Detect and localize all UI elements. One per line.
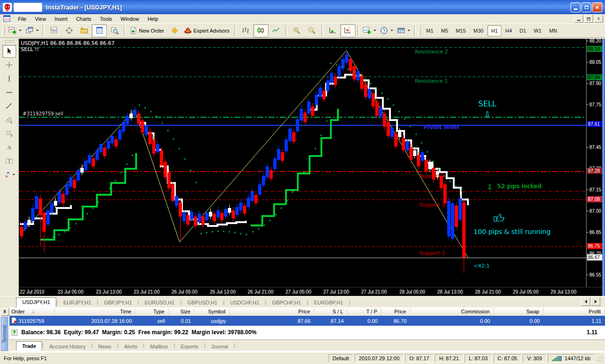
column-header-type[interactable]: Type [136, 308, 169, 316]
chart-tab-gbpchf[interactable]: GBPCHF,H1 [266, 299, 307, 307]
profiles-button[interactable] [24, 24, 41, 37]
chart-tab-gbpjpy[interactable]: GBPJPY,H1 [98, 299, 138, 307]
scroll-right-icon[interactable] [591, 297, 600, 306]
crosshair-tool-icon [5, 61, 13, 69]
timeframe-d1-button[interactable]: D1 [516, 25, 530, 36]
horizontal-line-tool[interactable] [2, 86, 16, 99]
price-axis[interactable]: 88.2088.0587.9087.7587.4587.3087.1587.00… [586, 39, 602, 287]
candle-body [160, 150, 163, 165]
order-row[interactable]: 3119297592010.07.28 16:00sell0.01usdjpy8… [9, 316, 605, 326]
crosshair-tool[interactable] [2, 59, 16, 71]
fibonacci-icon: F [5, 130, 13, 138]
equidistant-channel-icon: E [5, 116, 13, 124]
column-header-swap[interactable]: Swap [494, 308, 544, 316]
profile-panel[interactable]: Default [328, 354, 354, 363]
market-watch-button[interactable] [46, 24, 61, 37]
templates-button[interactable] [395, 24, 412, 37]
timeframe-w1-button[interactable]: W1 [530, 25, 545, 36]
column-header-order[interactable]: Order [9, 308, 55, 316]
timeframe-m1-button[interactable]: M1 [423, 25, 437, 36]
column-header-sl[interactable]: S / L [314, 308, 347, 316]
favorites-button[interactable] [77, 24, 92, 37]
chart-tab-eurjpy[interactable]: EURJPY,H1 [58, 299, 97, 307]
data-window-button[interactable] [92, 24, 107, 37]
expert-advisors-button[interactable]: Expert Advisors [182, 24, 232, 37]
column-header-price[interactable]: Price [381, 308, 410, 316]
trendline-tool[interactable] [2, 100, 16, 113]
child-restore-icon[interactable] [584, 15, 593, 23]
restore-icon[interactable] [581, 2, 591, 12]
terminal-tab-news[interactable]: News [93, 343, 117, 351]
terminal-tab-journal[interactable]: Journal [205, 343, 233, 351]
menu-insert[interactable]: Insert [50, 15, 72, 23]
terminal-tab-trade[interactable]: Trade [16, 341, 42, 351]
indicators-button[interactable] [361, 24, 378, 37]
timeframe-m30-button[interactable]: M30 [470, 25, 487, 36]
timeframe-toolbar-drag-handle[interactable] [418, 26, 421, 35]
vertical-line-tool[interactable] [2, 72, 16, 85]
timeframe-m5-button[interactable]: M5 [437, 25, 452, 36]
menu-file[interactable]: File [14, 15, 31, 23]
crosshair-button[interactable] [61, 24, 77, 37]
fibonacci-tool[interactable]: F [2, 127, 16, 140]
terminal-close-icon[interactable]: x [1, 308, 9, 316]
terminal-tab-account-history[interactable]: Account History [43, 343, 91, 351]
minimize-icon[interactable] [570, 2, 580, 12]
chart-tab-eurusd[interactable]: EURUSD,H1 [139, 299, 181, 307]
chart-tab-usdchf[interactable]: USDCHF,H1 [225, 299, 265, 307]
timeframe-mn-button[interactable]: MN [545, 25, 561, 36]
menu-tools[interactable]: Tools [95, 15, 116, 23]
chart-window-icon[interactable] [3, 15, 11, 23]
arrows-tool[interactable] [2, 168, 16, 181]
support1-label: Support 1 [419, 173, 445, 179]
menu-window[interactable]: Window [116, 15, 143, 23]
scroll-left-icon[interactable] [581, 297, 590, 306]
toolbar-drag-handle[interactable] [2, 26, 5, 35]
terminal-tab-alerts[interactable]: Alerts [118, 343, 143, 351]
zoom-in-button[interactable] [289, 24, 304, 37]
chart-tab-eurgbp[interactable]: EURGBP,H1 [308, 299, 349, 307]
candle-chart-button[interactable] [253, 24, 268, 37]
column-header-symbol[interactable]: Symbol [195, 308, 230, 316]
time-axis[interactable]: 22 Jul 201023 Jul 05:0023 Jul 13:0023 Ju… [19, 287, 605, 296]
line-chart-button[interactable] [268, 24, 284, 37]
bar-chart-button[interactable] [238, 24, 253, 37]
chart-tab-usdjpy[interactable]: USDJPY,H1 [16, 297, 56, 307]
close-icon[interactable]: × [592, 2, 602, 12]
resize-grip[interactable] [596, 354, 604, 363]
column-header-size[interactable]: Size [169, 308, 195, 316]
price-chart[interactable]: USDJPY,H1 86.86 86.86 86.56 86.67SELL !!… [19, 39, 586, 287]
important-button[interactable]: ! [167, 24, 182, 37]
new-order-button[interactable]: New Order [128, 24, 167, 37]
menu-help[interactable]: Help [143, 15, 163, 23]
child-minimize-icon[interactable] [574, 15, 583, 23]
menu-view[interactable]: View [31, 15, 51, 23]
menu-charts[interactable]: Charts [72, 15, 95, 23]
timeframe-m15-button[interactable]: M15 [452, 25, 469, 36]
column-header-tp[interactable]: T / P [347, 308, 381, 316]
terminal-tab-experts[interactable]: Experts [175, 343, 204, 351]
auto-scroll-button[interactable] [325, 24, 340, 37]
timeframe-h4-button[interactable]: H4 [501, 25, 516, 36]
text-tool[interactable]: A [2, 141, 16, 154]
strategy-tester-button[interactable] [107, 24, 122, 37]
sort-indicator-icon [31, 311, 35, 313]
chart-shift-button[interactable] [340, 24, 355, 37]
chart-tab-gbpusd[interactable]: GBPUSD,H1 [182, 299, 223, 307]
timeframe-h1-button[interactable]: H1 [487, 25, 501, 36]
terminal-tab-mailbox[interactable]: Mailbox [144, 343, 173, 351]
column-header-price[interactable]: Price [230, 308, 314, 316]
zoom-out-button[interactable] [304, 24, 320, 37]
equidistant-channel-tool[interactable]: E [2, 113, 16, 126]
column-header-profit[interactable]: Profit [544, 308, 605, 316]
new-chart-button[interactable] [7, 24, 24, 37]
cursor-tool[interactable] [2, 45, 16, 58]
column-header-time[interactable]: Time [55, 308, 136, 316]
periods-button[interactable] [378, 24, 395, 37]
chart-plot-area[interactable]: USDJPY,H1 86.86 86.86 86.56 86.67SELL !!… [19, 39, 586, 287]
text-label-tool[interactable]: T [2, 155, 16, 167]
left-toolbar-drag-handle[interactable] [5, 40, 14, 43]
child-close-icon[interactable]: × [594, 15, 603, 23]
column-header-commission[interactable]: Commission [410, 308, 494, 316]
candle-body [360, 76, 363, 89]
